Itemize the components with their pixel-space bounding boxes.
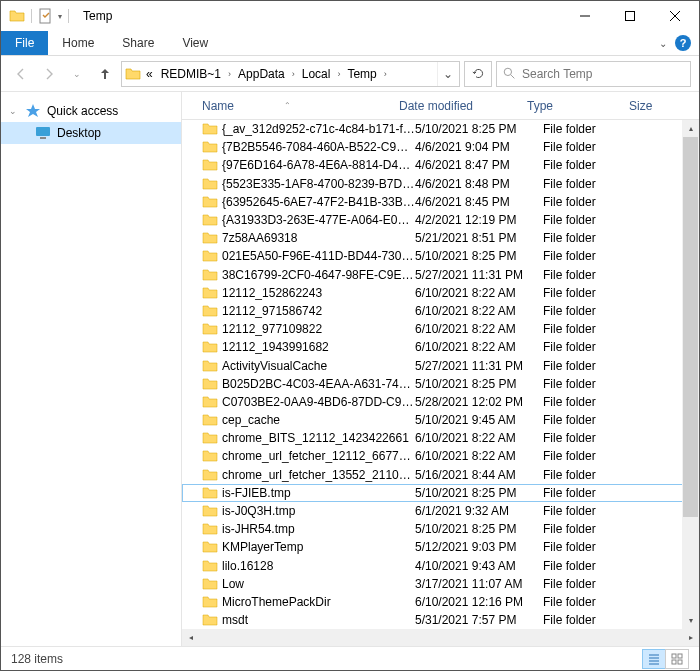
table-row[interactable]: is-J0Q3H.tmp6/1/2021 9:32 AMFile folder [182,502,699,520]
up-button[interactable] [93,62,117,86]
chevron-down-icon[interactable]: ⌄ [659,38,667,49]
cell-date: 4/6/2021 9:04 PM [415,140,543,154]
breadcrumb-segment[interactable]: Temp [343,67,380,81]
file-list-pane: Name⌃ Date modified Type Size {_av_312d9… [182,92,699,646]
table-row[interactable]: 7z58AA693185/21/2021 8:51 PMFile folder [182,229,699,247]
table-row[interactable]: {63952645-6AE7-47F2-B41B-33B5F7DFE9...4/… [182,193,699,211]
table-row[interactable]: 021E5A50-F96E-411D-BD44-730702CA96125/10… [182,247,699,265]
table-row[interactable]: {7B2B5546-7084-460A-B522-C9BC2C1817...4/… [182,138,699,156]
vertical-scrollbar[interactable]: ▴ ▾ [682,120,699,629]
cell-name: chrome_BITS_12112_1423422661 [222,431,415,445]
table-row[interactable]: {A31933D3-263E-477E-A064-E00E472C80...4/… [182,211,699,229]
cell-type: File folder [543,522,645,536]
scrollbar-thumb[interactable] [683,137,698,517]
table-row[interactable]: 12112_9715867426/10/2021 8:22 AMFile fol… [182,302,699,320]
forward-button[interactable] [37,62,61,86]
cell-type: File folder [543,177,645,191]
table-row[interactable]: chrome_url_fetcher_12112_6677004976/10/2… [182,447,699,465]
table-row[interactable]: ActivityVisualCache5/27/2021 11:31 PMFil… [182,356,699,374]
cell-type: File folder [543,231,645,245]
cell-name: {5523E335-1AF8-4700-8239-B7D64BBB6C... [222,177,415,191]
sidebar-item-quick-access[interactable]: ⌄ Quick access [1,100,181,122]
folder-icon [202,540,218,554]
details-view-button[interactable] [642,649,666,669]
chevron-right-icon[interactable]: › [334,69,343,79]
scroll-down-icon[interactable]: ▾ [682,612,699,629]
table-row[interactable]: is-JHR54.tmp5/10/2021 8:25 PMFile folder [182,520,699,538]
cell-name: is-JHR54.tmp [222,522,415,536]
qat-dropdown-icon[interactable]: ▾ [58,12,62,21]
cell-name: {_av_312d9252-c71c-4c84-b171-f4ad46e2... [222,122,415,136]
table-row[interactable]: cep_cache5/10/2021 9:45 AMFile folder [182,411,699,429]
close-button[interactable] [652,2,697,30]
table-row[interactable]: 38C16799-2CF0-4647-98FE-C9E2CF3A871E5/27… [182,266,699,284]
minimize-button[interactable] [562,2,607,30]
breadcrumb-overflow[interactable]: « [142,67,157,81]
scroll-right-icon[interactable]: ▸ [682,633,699,642]
table-row[interactable]: lilo.161284/10/2021 9:43 AMFile folder [182,557,699,575]
chevron-right-icon[interactable]: › [225,69,234,79]
tab-share[interactable]: Share [108,31,168,55]
address-bar[interactable]: «REDMIB~1›AppData›Local›Temp› ⌄ [121,61,460,87]
cell-type: File folder [543,468,645,482]
table-row[interactable]: KMPlayerTemp5/12/2021 9:03 PMFile folder [182,538,699,556]
refresh-button[interactable] [464,61,492,87]
svg-rect-1 [625,12,634,21]
thumbnails-view-button[interactable] [665,649,689,669]
maximize-button[interactable] [607,2,652,30]
folder-icon [9,8,25,24]
cell-date: 5/10/2021 8:25 PM [415,522,543,536]
column-size[interactable]: Size [629,99,689,113]
help-icon[interactable]: ? [675,35,691,51]
folder-icon [202,395,218,409]
tab-view[interactable]: View [168,31,222,55]
desktop-icon [35,125,51,141]
table-row[interactable]: 12112_1528622436/10/2021 8:22 AMFile fol… [182,284,699,302]
table-row[interactable]: MicroThemePackDir6/10/2021 12:16 PMFile … [182,593,699,611]
tab-home[interactable]: Home [48,31,108,55]
chevron-right-icon[interactable]: › [381,69,390,79]
table-row[interactable]: chrome_BITS_12112_14234226616/10/2021 8:… [182,429,699,447]
table-row[interactable]: is-FJIEB.tmp5/10/2021 8:25 PMFile folder [182,484,699,502]
tab-file[interactable]: File [1,31,48,55]
cell-type: File folder [543,613,645,627]
recent-dropdown[interactable]: ⌄ [65,62,89,86]
properties-icon[interactable] [38,8,54,24]
folder-icon [202,504,218,518]
cell-date: 4/6/2021 8:48 PM [415,177,543,191]
breadcrumb-segment[interactable]: AppData [234,67,289,81]
cell-name: B025D2BC-4C03-4EAA-A631-7496191B3B... [222,377,415,391]
table-row[interactable]: {5523E335-1AF8-4700-8239-B7D64BBB6C...4/… [182,175,699,193]
scroll-up-icon[interactable]: ▴ [682,120,699,137]
table-row[interactable]: chrome_url_fetcher_13552_21108800455/16/… [182,466,699,484]
column-name[interactable]: Name⌃ [202,99,399,113]
cell-name: MicroThemePackDir [222,595,415,609]
back-button[interactable] [9,62,33,86]
scroll-left-icon[interactable]: ◂ [182,633,199,642]
cell-type: File folder [543,395,645,409]
table-row[interactable]: Low3/17/2021 11:07 AMFile folder [182,575,699,593]
folder-icon [202,177,218,191]
breadcrumb-segment[interactable]: Local [298,67,335,81]
table-row[interactable]: C0703BE2-0AA9-4BD6-87DD-C9421B7A2...5/28… [182,393,699,411]
horizontal-scrollbar[interactable]: ◂ ▸ [182,629,699,646]
cell-type: File folder [543,213,645,227]
search-input[interactable]: Search Temp [496,61,691,87]
address-dropdown-icon[interactable]: ⌄ [437,62,457,86]
breadcrumb-segment[interactable]: REDMIB~1 [157,67,225,81]
column-type[interactable]: Type [527,99,629,113]
table-row[interactable]: 12112_9771098226/10/2021 8:22 AMFile fol… [182,320,699,338]
folder-icon [202,340,218,354]
cell-date: 5/10/2021 8:25 PM [415,486,543,500]
table-row[interactable]: {97E6D164-6A78-4E6A-8814-D4FB6F25CA...4/… [182,156,699,174]
column-date[interactable]: Date modified [399,99,527,113]
folder-icon [202,377,218,391]
svg-rect-6 [678,654,682,658]
table-row[interactable]: B025D2BC-4C03-4EAA-A631-7496191B3B...5/1… [182,375,699,393]
table-row[interactable]: msdt5/31/2021 7:57 PMFile folder [182,611,699,629]
table-row[interactable]: 12112_19439916826/10/2021 8:22 AMFile fo… [182,338,699,356]
chevron-right-icon[interactable]: › [289,69,298,79]
table-row[interactable]: {_av_312d9252-c71c-4c84-b171-f4ad46e2...… [182,120,699,138]
cell-type: File folder [543,304,645,318]
sidebar-item-desktop[interactable]: Desktop [1,122,181,144]
